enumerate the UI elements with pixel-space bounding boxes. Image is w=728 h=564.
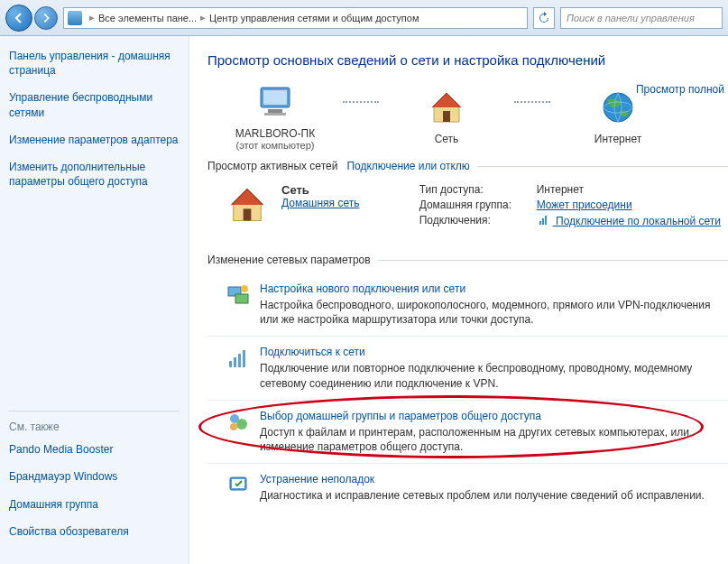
page-title: Просмотр основных сведений о сети и наст… [207, 52, 728, 68]
map-network: Сеть [379, 86, 514, 145]
arrow-left-icon [13, 12, 25, 24]
refresh-button[interactable] [533, 7, 555, 29]
connection-name: Подключение по локальной сети [556, 215, 721, 227]
address-toolbar: ▸ Все элементы пане... ▸ Центр управлени… [0, 0, 728, 36]
task-description: Подключение или повторное подключение к … [260, 361, 724, 390]
sidebar-link-adapter[interactable]: Изменение параметров адаптера [9, 133, 180, 147]
search-input[interactable]: Поиск в панели управления [560, 7, 723, 29]
connect-network-icon [226, 346, 251, 371]
map-label: Сеть [379, 133, 514, 145]
nav-buttons [5, 5, 58, 32]
globe-icon [596, 86, 640, 129]
task-troubleshoot: Устранение неполадок Диагностика и испра… [207, 463, 728, 512]
connect-disconnect-link[interactable]: Подключение или отклю [337, 160, 469, 172]
svg-rect-12 [235, 294, 248, 303]
see-also-header: См. также [9, 411, 180, 433]
main-panel: Просмотр основных сведений о сети и наст… [189, 36, 728, 564]
control-panel-icon [68, 11, 82, 25]
see-also-link[interactable]: Pando Media Booster [9, 442, 180, 457]
homegroup-icon [226, 410, 251, 435]
map-sublabel: (этот компьютер) [207, 140, 343, 151]
breadcrumb[interactable]: ▸ Все элементы пане... ▸ Центр управлени… [63, 7, 528, 29]
prop-key: Домашняя группа: [419, 199, 537, 211]
network-info: Сеть Домашняя сеть [281, 183, 359, 209]
sidebar-link-advanced-sharing[interactable]: Изменить дополнительные параметры общего… [9, 160, 180, 189]
sidebar-link-home[interactable]: Панель управления - домашняя страница [9, 49, 180, 78]
connection-link[interactable]: Подключение по локальной сети [537, 214, 721, 227]
task-link[interactable]: Устранение неполадок [260, 473, 374, 485]
svg-rect-15 [234, 357, 236, 367]
task-link[interactable]: Подключиться к сети [260, 346, 365, 358]
task-homegroup-sharing: Выбор домашней группы и параметров общег… [207, 400, 728, 463]
svg-rect-17 [243, 350, 245, 367]
prop-key: Подключения: [419, 214, 537, 227]
svg-rect-1 [263, 90, 287, 105]
view-full-map-link[interactable]: Просмотр полной [636, 83, 724, 96]
active-networks-header: Просмотр активных сетей Подключение или … [207, 160, 728, 172]
chevron-right-icon: ▸ [89, 12, 95, 23]
sidebar-link-wireless[interactable]: Управление беспроводными сетями [9, 90, 180, 119]
prop-key: Тип доступа: [419, 183, 537, 196]
network-name: Сеть [281, 183, 359, 197]
tasks-list: Настройка нового подключения или сети На… [207, 273, 728, 512]
svg-rect-9 [542, 218, 544, 225]
svg-point-13 [241, 285, 248, 292]
svg-rect-16 [238, 354, 241, 367]
map-label: Интернет [550, 133, 686, 145]
prop-value: Интернет [537, 183, 584, 196]
home-network-icon [226, 183, 269, 227]
task-link[interactable]: Настройка нового подключения или сети [260, 282, 465, 295]
svg-rect-3 [264, 113, 286, 116]
section-label: Изменение сетевых параметров [207, 254, 371, 266]
svg-rect-10 [545, 216, 547, 225]
refresh-icon [538, 12, 550, 24]
svg-rect-7 [244, 208, 252, 220]
network-properties: Тип доступа: Интернет Домашняя группа: М… [419, 183, 728, 230]
search-placeholder: Поиск в панели управления [567, 13, 695, 23]
svg-rect-8 [539, 221, 541, 225]
see-also-link[interactable]: Домашняя группа [9, 497, 180, 512]
task-description: Диагностика и исправление сетевых пробле… [260, 488, 724, 503]
breadcrumb-segment[interactable]: Центр управления сетями и общим доступом [209, 13, 419, 23]
svg-point-5 [604, 93, 632, 122]
change-settings-header: Изменение сетевых параметров [207, 254, 728, 266]
breadcrumb-segment[interactable]: Все элементы пане... [98, 13, 197, 23]
connection-line [514, 101, 550, 103]
map-label: MARLBORO-ПК [207, 127, 343, 140]
new-connection-icon [226, 282, 251, 308]
see-also-link[interactable]: Свойства обозревателя [9, 524, 180, 539]
chevron-right-icon: ▸ [200, 12, 206, 23]
content-area: Панель управления - домашняя страница Уп… [0, 36, 728, 564]
ethernet-icon [537, 214, 549, 225]
svg-point-19 [236, 419, 247, 430]
network-type-link[interactable]: Домашняя сеть [281, 197, 359, 209]
task-description: Настройка беспроводного, широкополосного… [260, 298, 724, 327]
svg-point-20 [230, 423, 237, 430]
map-this-pc: MARLBORO-ПК (этот компьютер) [207, 80, 343, 151]
svg-rect-2 [268, 109, 282, 113]
active-network-item: Сеть Домашняя сеть Тип доступа: Интернет… [207, 180, 728, 245]
task-link[interactable]: Выбор домашней группы и параметров общег… [260, 410, 541, 422]
back-button[interactable] [5, 5, 32, 32]
homegroup-link[interactable]: Может присоедини [537, 199, 632, 211]
see-also-link[interactable]: Брандмауэр Windows [9, 469, 180, 484]
task-new-connection: Настройка нового подключения или сети На… [207, 273, 728, 336]
computer-icon [253, 80, 297, 124]
sidebar: Панель управления - домашняя страница Уп… [0, 36, 189, 564]
svg-rect-4 [443, 111, 450, 122]
forward-button[interactable] [34, 6, 58, 30]
connection-line [343, 101, 379, 103]
house-network-icon [425, 86, 468, 129]
task-description: Доступ к файлам и принтерам, расположенн… [260, 425, 724, 454]
troubleshoot-icon [226, 473, 251, 498]
svg-rect-14 [229, 361, 232, 367]
task-connect-network: Подключиться к сети Подключение или повт… [207, 336, 728, 399]
arrow-right-icon [41, 13, 51, 23]
section-label: Просмотр активных сетей [207, 160, 337, 172]
